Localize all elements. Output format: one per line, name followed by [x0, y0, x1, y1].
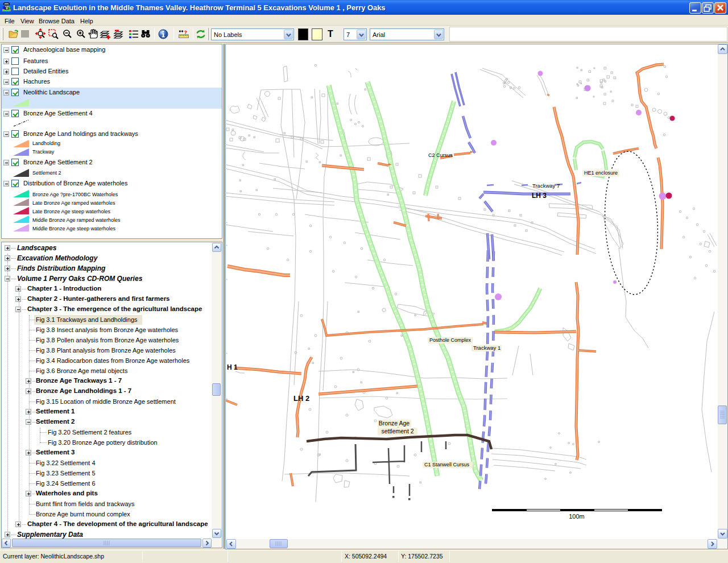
svg-text:Trackway 1: Trackway 1 — [473, 345, 500, 351]
svg-text:LH 3: LH 3 — [532, 192, 547, 200]
svg-text:H 1: H 1 — [227, 363, 238, 371]
svg-text:Bronze Age: Bronze Age — [379, 420, 410, 427]
svg-text:C2 Cursus: C2 Cursus — [428, 152, 453, 158]
svg-text:HE1 enclosure: HE1 enclosure — [584, 170, 618, 176]
svg-text:100m: 100m — [569, 513, 585, 520]
svg-text:?: ? — [184, 30, 188, 35]
svg-text:settlement 2: settlement 2 — [381, 428, 413, 434]
svg-text:Posthole Complex: Posthole Complex — [429, 337, 471, 343]
svg-text:C1 Stanwell Cursus: C1 Stanwell Cursus — [424, 462, 470, 467]
svg-text:LH 2: LH 2 — [293, 394, 309, 403]
svg-text:Trackway 7: Trackway 7 — [532, 183, 560, 189]
